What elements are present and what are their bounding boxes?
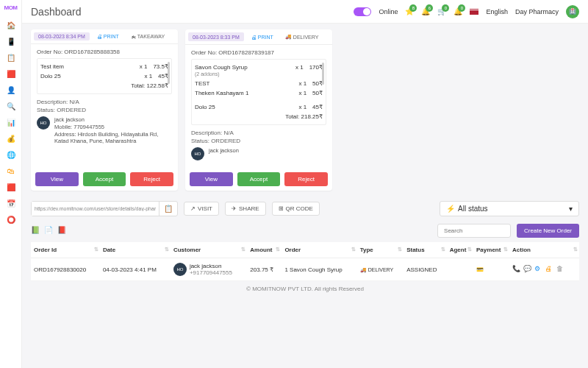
page-title: Dashboard — [31, 6, 82, 18]
col-action[interactable]: Action — [509, 242, 579, 258]
flag-icon — [470, 9, 478, 15]
cell-orderid: ORD167928830020 — [31, 258, 100, 281]
scrollbar[interactable] — [322, 63, 324, 85]
action-print-icon[interactable]: 🖨 — [545, 265, 554, 274]
notif-4-icon[interactable]: 🔔0 — [453, 7, 462, 15]
table-row: ORD167928830020 04-03-2023 4:41 PM HOjac… — [31, 258, 579, 281]
order-datetime: 08-03-2023 8:33 PM — [188, 32, 244, 41]
mode-chip: 🏍 TAKEAWAY — [126, 32, 169, 40]
item-row: TESTx 150₹ — [195, 79, 323, 88]
action-call-icon[interactable]: 📞 — [512, 265, 521, 274]
pharmacy-name: Day Pharmacy — [515, 8, 559, 15]
order-total: Total: 218.25₹ — [195, 112, 323, 121]
notif-2-icon[interactable]: 🔔6 — [421, 7, 430, 15]
items-list: Savon Cough Syrup(2 addons)x 1170₹ TESTx… — [191, 59, 326, 125]
nav-list-icon[interactable]: 📊 — [6, 117, 16, 127]
create-order-button[interactable]: Create New Order — [517, 224, 579, 238]
nav-card-icon[interactable]: 🟥 — [6, 68, 16, 79]
cell-action: 📞 💬 ⚙ 🖨 🗑 — [509, 258, 579, 281]
chevron-down-icon: ▾ — [569, 205, 573, 213]
action-settings-icon[interactable]: ⚙ — [534, 265, 543, 274]
action-delete-icon[interactable]: 🗑 — [556, 265, 565, 274]
mode-chip: 🚚 DELIVERY — [281, 32, 323, 41]
order-card: 08-03-2023 8:33 PM 🖨 PRINT 🚚 DELIVERY Or… — [185, 29, 332, 191]
customer-address: Address: Hirdosh Building, Hidayatulla R… — [54, 131, 172, 146]
item-row: Theken Kashayam 1x 150₹ — [195, 88, 323, 98]
nav-user-icon[interactable]: 👤 — [6, 85, 16, 95]
status-filter[interactable]: ⚡All status ▾ — [440, 201, 579, 216]
share-button[interactable]: ✈ SHARE — [225, 202, 266, 216]
export-doc-icon[interactable]: 📄 — [44, 226, 54, 236]
customer-name: jack jackson — [209, 147, 239, 155]
item-row: Savon Cough Syrup(2 addons)x 1170₹ — [195, 63, 323, 79]
col-order[interactable]: Order — [282, 242, 356, 258]
export-excel-icon[interactable]: 📗 — [31, 226, 41, 236]
items-list: Test itemx 173.5₹ Dolo 25x 145₹ Total: 1… — [37, 58, 172, 94]
language-label[interactable]: English — [486, 8, 508, 15]
nav-device-icon[interactable]: 📱 — [6, 36, 16, 46]
customer-name: jack jackson — [54, 116, 172, 124]
cell-amount: 203.75 ₹ — [247, 258, 282, 281]
notif-3-icon[interactable]: 🛒0 — [437, 7, 446, 15]
customer-avatar: HO — [37, 116, 50, 130]
toolbar: 📋 ↗ VISIT ✈ SHARE ⊞ QR CODE ⚡All status … — [31, 201, 579, 216]
search-input[interactable] — [437, 224, 511, 238]
nav-search-icon[interactable]: 🔍 — [6, 101, 16, 111]
order-status: Status: ORDERED — [37, 107, 172, 113]
nav-folder-icon[interactable]: 📋 — [6, 52, 16, 63]
online-toggle[interactable] — [354, 7, 371, 16]
qr-button[interactable]: ⊞ QR CODE — [272, 202, 320, 216]
col-agent[interactable]: Agent — [447, 242, 473, 258]
url-input[interactable] — [32, 202, 159, 216]
col-status[interactable]: Status — [404, 242, 447, 258]
order-number: Order No: ORD1678287839187 — [191, 49, 326, 56]
accept-button[interactable]: Accept — [237, 172, 281, 186]
order-desc: Description: N/A — [37, 99, 172, 105]
print-button[interactable]: 🖨 PRINT — [247, 32, 278, 41]
nav-bag-icon[interactable]: 🛍 — [6, 166, 16, 176]
col-payment[interactable]: Payment — [473, 242, 509, 258]
nav-circle-icon[interactable]: ⭕ — [6, 214, 16, 224]
col-date[interactable]: Date — [100, 242, 171, 258]
order-number: Order No: ORD1678285888358 — [37, 49, 172, 55]
nav-red-icon[interactable]: 🟥 — [6, 182, 16, 192]
cell-status: ASSIGNED — [404, 258, 447, 281]
user-avatar[interactable]: 🏥 — [566, 5, 579, 18]
scrollbar[interactable] — [168, 62, 170, 84]
orders-table: Order Id Date Customer Amount Order Type… — [31, 242, 579, 281]
col-customer[interactable]: Customer — [171, 242, 247, 258]
filter-icon: ⚡ — [446, 205, 455, 213]
cell-customer: HOjack jackson+917709447555 — [171, 258, 247, 281]
nav-money-icon[interactable]: 💰 — [6, 133, 16, 144]
col-type[interactable]: Type — [357, 242, 404, 258]
visit-button[interactable]: ↗ VISIT — [184, 202, 219, 216]
notif-1-icon[interactable]: ⭐8 — [405, 7, 414, 15]
view-button[interactable]: View — [190, 172, 233, 186]
nav-calendar-icon[interactable]: 📅 — [6, 198, 16, 208]
sidebar: MOM 🏠 📱 📋 🟥 👤 🔍 📊 💰 🌐 🛍 🟥 📅 ⭕ — [0, 0, 22, 368]
cell-order: 1 Savon Cough Syrup — [282, 258, 356, 281]
export-pdf-icon[interactable]: 📕 — [57, 226, 68, 236]
item-row: Test itemx 173.5₹ — [40, 62, 168, 71]
print-button[interactable]: 🖨 PRINT — [93, 32, 123, 40]
col-orderid[interactable]: Order Id — [31, 242, 100, 258]
nav-dashboard-icon[interactable]: 🏠 — [6, 20, 16, 30]
order-total: Total: 122.58₹ — [40, 81, 168, 91]
action-chat-icon[interactable]: 💬 — [523, 265, 532, 274]
cell-payment: 💳 — [473, 258, 509, 281]
footer: © MOMITNOW PVT LTD. All rights Reserved — [31, 281, 579, 297]
nav-globe-icon[interactable]: 🌐 — [6, 149, 16, 160]
reject-button[interactable]: Reject — [284, 172, 328, 186]
accept-button[interactable]: Accept — [83, 172, 126, 186]
customer-box: HO jack jackson — [191, 147, 326, 160]
cell-type: 🚚 DELIVERY — [357, 258, 404, 281]
topbar: Dashboard Online ⭐8 🔔6 🛒0 🔔0 English Day… — [22, 0, 588, 24]
cell-agent — [447, 258, 473, 281]
col-amount[interactable]: Amount — [247, 242, 282, 258]
copy-icon[interactable]: 📋 — [159, 202, 177, 216]
view-button[interactable]: View — [35, 172, 79, 186]
order-datetime: 08-03-2023 8:34 PM — [34, 32, 90, 40]
reject-button[interactable]: Reject — [130, 172, 173, 186]
brand-logo: MOM — [4, 4, 17, 11]
customer-box: HO jack jackson Mobile: 7709447555 Addre… — [37, 116, 172, 145]
